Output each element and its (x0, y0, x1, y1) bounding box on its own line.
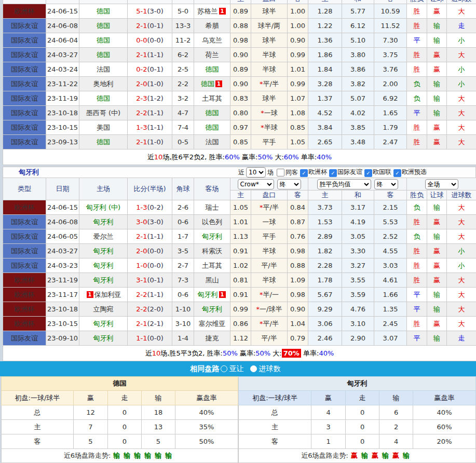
goals-result: 小 (447, 33, 476, 48)
col-handicap: 盘口 (251, 190, 288, 200)
competition-cell: 国际友谊 (3, 229, 46, 244)
corner-cell: 3-10 (172, 317, 194, 331)
lose-count: 6 (379, 405, 413, 420)
corner-cell: 5-0 (172, 4, 194, 19)
odds-source-select[interactable]: Crow* (238, 179, 274, 189)
team-name: 立陶宛 (93, 305, 114, 313)
col-wdl: 胜负 (407, 190, 427, 200)
col-crown-home: 主 (230, 190, 251, 200)
col-lose: 输 (379, 391, 413, 405)
team-name: 德国 (97, 7, 110, 15)
score-cell: 1-0(0-0) (128, 258, 172, 273)
push-count: 0 (346, 420, 379, 434)
fulltime-score: 2-0 (136, 247, 147, 255)
asian-handicap-radio[interactable] (221, 365, 227, 372)
crown-home-odds: 0.91 (230, 244, 251, 258)
away-team-cell: 希腊 (194, 19, 230, 33)
date-cell: 23-10-15 (46, 120, 79, 135)
compare-row: 总1201840% (2, 405, 238, 420)
halftime-score: (1-1) (147, 109, 163, 117)
win-rate: 60% (413, 420, 476, 434)
goals-radio[interactable] (250, 365, 257, 372)
trend-item: 输 (403, 452, 410, 459)
team-name: 德国 (206, 109, 219, 117)
avg-home-odds: 5.67 (308, 288, 342, 302)
wdl-result: 胜 (407, 19, 427, 33)
halftime-score: (0-1) (147, 22, 163, 30)
handicap-cell: 平手 (251, 229, 288, 244)
compare-row: 客10420% (239, 434, 476, 449)
corner-cell: 6-2 (172, 48, 194, 62)
home-team-cell: 奥地利 (79, 77, 128, 91)
home-team-cell: 德国 (79, 33, 128, 48)
competition-cell: 欧洲杯 (3, 288, 46, 302)
avg-type-select[interactable]: 胜平负均值 (317, 179, 371, 189)
away-team-cell: 以色列 (194, 215, 230, 229)
crown-home-odds: 0.90 (230, 77, 251, 91)
avg-draw-odds: 3.86 (342, 62, 374, 77)
same-away-checkbox[interactable] (277, 169, 284, 176)
col-winrate: 赢盘率 (413, 391, 476, 405)
handicap-result: 输 (427, 288, 447, 302)
avg-away-odds: 7.30 (374, 33, 407, 48)
handicap-cell: 一球 (251, 215, 288, 229)
away-team-cell: 瑞士 (194, 200, 230, 215)
wdl-result: 平 (407, 288, 427, 302)
crown-home-odds: 1.05 (230, 200, 251, 215)
scope-select[interactable]: 全场 (425, 179, 458, 189)
crown-home-odds: 0.89 (230, 4, 251, 19)
competition-checkbox[interactable]: ✓ (364, 169, 372, 177)
match-row: 国际友谊24-03-23匈牙利1-0(0-0)2-7土耳其1.02平/半0.88… (3, 258, 476, 273)
avg-away-odds: 4.61 (374, 273, 407, 288)
match-row: 欧洲杯23-11-171保加利亚2-2(1-1)0-6匈牙利10.91*半/一0… (3, 288, 476, 302)
handicap-cell: 半球 (251, 244, 288, 258)
push-count: 0 (346, 405, 379, 420)
crown-home-odds: 0.81 (230, 273, 251, 288)
away-team-cell: 德国1 (194, 77, 230, 91)
handicap-cell: 半球 (251, 62, 288, 77)
fulltime-score: 0-0 (136, 36, 147, 44)
away-team-cell: 匈牙利1 (194, 288, 230, 302)
germany-history-table: 主 盘口 客 主 和 客 胜负 让球 进球数 欧洲杯24-06-15德国5-1(… (3, 0, 476, 165)
trend-item: 输 (382, 452, 389, 459)
crown-away-odds: 0.90 (288, 302, 308, 317)
competition-cell: 国际友谊 (3, 120, 46, 135)
avg-draw-odds: 5.07 (342, 91, 374, 106)
summary-segment: 50% (255, 349, 270, 357)
summary-segment: 60% (225, 153, 240, 161)
avg-draw-odds: 3.85 (342, 120, 374, 135)
handicap-cell: 半球 (251, 48, 288, 62)
competition-checkbox[interactable]: ✓ (329, 169, 337, 177)
col-crown-away: 客 (288, 190, 308, 200)
col-score: 比分(半场) (128, 178, 172, 200)
competition-checkbox[interactable]: ✓ (300, 169, 308, 177)
team-name: 法国 (97, 65, 110, 73)
avg-time-select[interactable]: 终 (374, 179, 398, 189)
wdl-result: 胜 (407, 258, 427, 273)
handicap-result: 赢 (427, 4, 447, 19)
venue-cell: 总 (239, 405, 311, 420)
team-name: 匈牙利 (93, 218, 114, 226)
match-row: 欧洲杯23-11-19匈牙利3-1(0-1)7-3黑山0.81半球1.091.7… (3, 273, 476, 288)
handicap-result: 赢 (427, 48, 447, 62)
hungary-compare-title: 匈牙利 (239, 377, 476, 391)
handicap-label: 初盘:一球/球半 (2, 391, 74, 405)
corner-cell: 1-7 (172, 229, 194, 244)
handicap-result: 输 (427, 200, 447, 215)
lose-count: 18 (142, 405, 175, 420)
col-date: 日期 (46, 178, 79, 200)
competition-cell: 欧洲杯 (3, 302, 46, 317)
competition-checkbox[interactable]: ✓ (393, 169, 401, 177)
avg-home-odds: 9.29 (308, 302, 342, 317)
odds-time-select[interactable]: 终 (277, 179, 301, 189)
handicap-result: 输 (427, 302, 447, 317)
compare-row: 总40640% (239, 405, 476, 420)
wdl-result: 胜 (407, 273, 427, 288)
wdl-result: 胜 (407, 48, 427, 62)
handicap-cell: 球半/两 (251, 19, 288, 33)
recent-count-select[interactable]: 10 (246, 167, 266, 178)
avg-away-odds: 1.79 (374, 120, 407, 135)
col-let: 让球 (427, 0, 447, 4)
match-row: 欧洲杯24-06-15德国5-1(3-0)5-0苏格兰10.89球半1.001.… (3, 4, 476, 19)
games-label: 场 (267, 168, 274, 177)
